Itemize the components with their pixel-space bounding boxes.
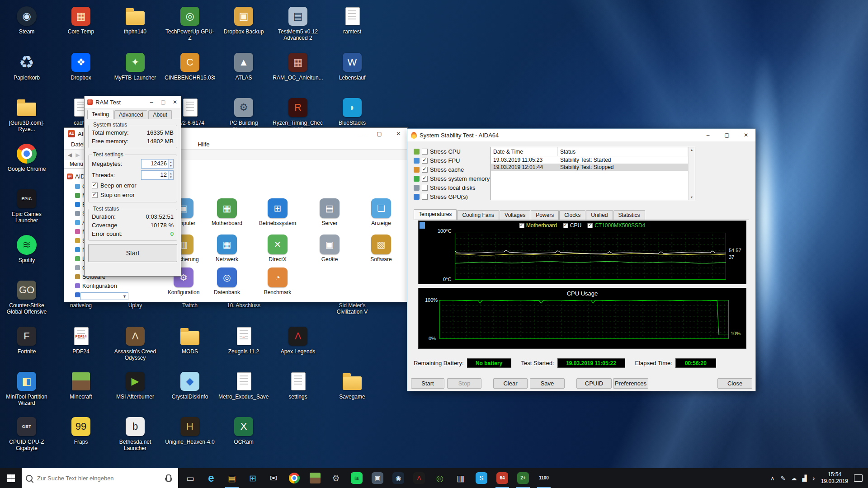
minimize-button[interactable]: – [351, 128, 370, 140]
checkbox-checked[interactable] [563, 223, 568, 228]
log-row[interactable]: 19.03.2019 12:01:44Stability Test: Stopp… [491, 164, 688, 171]
desktop-icon-msi-afterburner[interactable]: ▶MSI Afterburner [110, 371, 160, 400]
desktop-icon-papierkorb[interactable]: ♻Papierkorb [1, 52, 52, 81]
log-row[interactable]: 19.03.2019 11:05:23Stability Test: Start… [491, 156, 688, 164]
option-stress-gpu-s[interactable]: Stress GPU(s) [414, 192, 489, 201]
close-button[interactable]: Close [717, 378, 752, 389]
desktop-icon-metro-exodus-save[interactable]: Metro_Exodus_Save... [218, 371, 269, 400]
desktop-icon-crystaldiskinfo[interactable]: ◆CrystalDiskInfo [165, 371, 215, 400]
desktop-icon-google-chrome[interactable]: Google Chrome [1, 143, 52, 172]
minimize-button[interactable]: – [698, 129, 717, 141]
desktop-icon-bluestacks[interactable]: ◗BlueStacks [327, 97, 377, 126]
tree-item-konfiguration[interactable]: Konfiguration [66, 281, 171, 290]
aida-page-motherboard[interactable]: ▦Motherboard [203, 198, 250, 226]
desktop-icon-techpowerup-gpu-z[interactable]: ◎TechPowerUp GPU-Z [165, 5, 215, 41]
legend-cpu[interactable]: CPU [563, 222, 581, 229]
option-stress-cache[interactable]: Stress cache [414, 165, 489, 174]
stop-button[interactable]: Stop [447, 378, 481, 389]
aida-page-datenbank[interactable]: ◎Datenbank [203, 267, 250, 296]
desktop-icon-assassin-s-creed-odyssey[interactable]: ΛAssassin's Creed Odyssey [110, 325, 160, 361]
desktop-icon-pdf24[interactable]: PDF24PDF24 [56, 325, 106, 355]
legend-motherboard[interactable]: Motherboard [519, 222, 557, 229]
stop-on-error-option[interactable]: Stop on error [92, 190, 174, 200]
ram-test-titlebar[interactable]: RAM Test – ▢ ✕ [85, 96, 181, 108]
checkbox-checked[interactable] [422, 176, 428, 182]
log-col-status[interactable]: Status [558, 147, 688, 156]
aida-page-netzwerk[interactable]: ▦Netzwerk [203, 235, 250, 263]
menu-hilfe[interactable]: Hilfe [193, 140, 213, 149]
legend-ct1000mx500ssd4[interactable]: CT1000MX500SSD4 [588, 222, 645, 229]
threads-stepper[interactable]: 12▲▼ [141, 170, 174, 180]
search-input[interactable] [36, 474, 162, 482]
beep-on-error-option[interactable]: Beep on error [92, 181, 174, 190]
tab-powers[interactable]: Powers [531, 210, 559, 220]
tab-cooling-fans[interactable]: Cooling Fans [457, 210, 499, 220]
taskbar-apex-legends-icon[interactable]: Λ [409, 468, 429, 488]
tree-bottom-dropdown[interactable]: ▼ [80, 292, 128, 300]
tab-testing[interactable]: Testing [87, 110, 113, 119]
start-test-button[interactable]: Start [88, 244, 177, 262]
action-center-icon[interactable] [854, 474, 863, 482]
close-button[interactable]: ✕ [389, 128, 408, 140]
tray-icon-1[interactable]: ☁ [791, 475, 797, 481]
preferences-button[interactable]: Preferences [613, 378, 648, 389]
desktop-icon-zeugnis-11-2[interactable]: ≣Zeugnis 11.2 [218, 325, 269, 355]
start-button[interactable] [0, 468, 22, 488]
tray-icon-2[interactable]: ▟ [802, 475, 807, 481]
spin-down-icon[interactable]: ▼ [169, 175, 173, 179]
desktop-icon-fraps[interactable]: 99Fraps [56, 416, 106, 445]
graph-scrollbar-thumb[interactable] [420, 222, 425, 229]
megabytes-stepper[interactable]: 12426▲▼ [141, 159, 174, 169]
close-button[interactable]: ✕ [736, 129, 755, 141]
microphone-icon[interactable] [166, 474, 171, 482]
tab-unified[interactable]: Unified [586, 210, 613, 220]
aida-page-anzeige[interactable]: ❏Anzeige [358, 198, 405, 226]
checkbox-checked[interactable] [422, 158, 428, 164]
taskbar-chrome-icon[interactable] [284, 468, 305, 488]
taskbar-cpu-z-icon[interactable]: ▣ [367, 468, 388, 488]
aida-page-betriebssystem[interactable]: ⊞Betriebssystem [254, 198, 301, 226]
tab-advanced[interactable]: Advanced [114, 110, 147, 119]
desktop-icon-steam[interactable]: ◉Steam [1, 5, 52, 35]
desktop-icon-ramtest[interactable]: ramtest [327, 5, 377, 35]
option-stress-cpu[interactable]: Stress CPU [414, 147, 489, 156]
taskbar-settings-icon[interactable]: ⚙ [326, 468, 346, 488]
tab-voltages[interactable]: Voltages [500, 210, 530, 220]
spin-down-icon[interactable]: ▼ [169, 164, 173, 168]
taskbar-store-icon[interactable]: ⊞ [242, 468, 263, 488]
desktop-icon-settings[interactable]: settings [273, 371, 323, 400]
aida-page-benchmark[interactable]: ◔Benchmark [254, 267, 301, 296]
log-scrollbar[interactable]: ▲▼ [688, 147, 695, 200]
taskbar-clock[interactable]: 15:54 19.03.2019 [821, 471, 848, 485]
desktop-icon-atlas[interactable]: ▲ATLAS [218, 52, 269, 81]
desktop-icon-spotify[interactable]: ≋Spotify [1, 234, 52, 263]
taskbar-spotify-icon[interactable]: ≋ [346, 468, 367, 488]
maximize-button[interactable]: ▢ [717, 129, 736, 141]
taskbar-minecraft-icon[interactable] [305, 468, 326, 488]
taskbar-skype-icon[interactable]: S [471, 468, 492, 488]
aida-page-server[interactable]: ▤Server [306, 198, 353, 226]
cpuid-button[interactable]: CPUID [576, 378, 612, 389]
tab-temperatures[interactable]: Temperatures [414, 209, 457, 220]
taskbar-mail-icon[interactable]: ✉ [263, 468, 284, 488]
close-button[interactable]: ✕ [169, 96, 181, 108]
desktop-icon-testmem5-v0-12-advanced-2[interactable]: ▤TestMem5 v0.12 Advanced 2 [273, 5, 323, 41]
desktop-icon-epic-games-launcher[interactable]: EPICEpic Games Launcher [1, 188, 52, 224]
desktop-icon-unigine-heaven-4-0[interactable]: HUnigine_Heaven-4.0 [165, 416, 215, 445]
desktop-icon-lebenslauf[interactable]: WLebenslauf [327, 52, 377, 81]
tab-clocks[interactable]: Clocks [559, 210, 585, 220]
log-col-date[interactable]: Date & Time [491, 147, 558, 156]
taskbar-task-view-icon[interactable]: ▭ [180, 468, 201, 488]
taskbar-gpu-z-icon[interactable]: ◎ [429, 468, 450, 488]
tray-icon-0[interactable]: ✎ [781, 475, 786, 481]
desktop-icon-dropbox[interactable]: ❖Dropbox [56, 52, 106, 81]
desktop-icon-bethesda-net-launcher[interactable]: bBethesda.net Launcher [110, 416, 160, 451]
desktop-icon-dropbox-backup[interactable]: ▣Dropbox Backup [218, 5, 269, 35]
option-stress-fpu[interactable]: Stress FPU [414, 156, 489, 165]
stability-titlebar[interactable]: System Stability Test - AIDA64 – ▢ ✕ [407, 129, 755, 141]
desktop-icon-guru3d-com-ryze[interactable]: [Guru3D.com]-Ryze... [1, 97, 52, 132]
checkbox-checked[interactable] [588, 223, 593, 228]
desktop-icon-counter-strike-global-offensive[interactable]: GOCounter-Strike Global Offensive [1, 279, 52, 315]
aida-page-ger-te[interactable]: ▣Geräte [306, 235, 353, 263]
spin-up-icon[interactable]: ▲ [169, 160, 173, 164]
